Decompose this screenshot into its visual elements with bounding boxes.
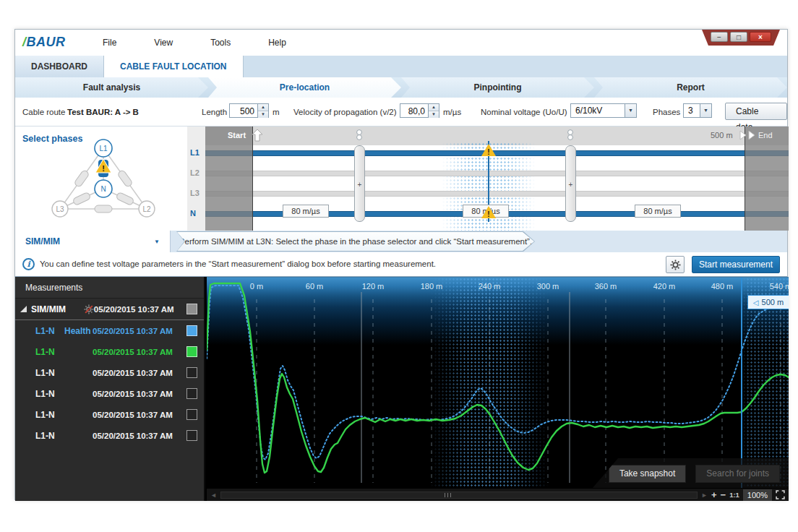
measurement-group-row[interactable]: SIM/MIM 05/20/2015 10:37 AM (15, 299, 204, 320)
start-marker-icon[interactable] (252, 129, 263, 142)
spin-down-icon: ▼ (258, 111, 268, 118)
spin-up-icon: ▲ (429, 104, 439, 111)
length-spinner[interactable]: ▲▼ (257, 104, 268, 117)
scroll-left-icon[interactable]: ◄ (210, 492, 217, 499)
mode-bar: SIM/MIM ▼ Perform SIM/MIM at L3N: Select… (15, 231, 787, 252)
measurement-settings-button[interactable] (666, 256, 685, 273)
action-bar: i You can define test voltage parameters… (15, 252, 787, 277)
cable-joint[interactable]: + (565, 145, 576, 222)
joint-icon (567, 129, 574, 143)
info-text: You can define test voltage parameters i… (40, 259, 436, 268)
fullscreen-icon[interactable] (776, 490, 785, 499)
expander-icon[interactable] (20, 306, 27, 312)
select-phases-title: Select phases (22, 134, 82, 144)
close-button[interactable]: × (750, 32, 771, 42)
measurements-header: Measurements (15, 277, 204, 299)
take-snapshot-button[interactable]: Take snapshot (609, 465, 686, 483)
one-to-one-button[interactable]: 1:1 (729, 490, 739, 500)
zoom-in-button[interactable]: + (711, 490, 717, 500)
measurement-row[interactable]: L1-N Health 05/20/2015 10:37 AM (15, 320, 204, 341)
minimize-button[interactable]: − (711, 32, 728, 42)
search-for-joints-button[interactable]: Search for joints (695, 465, 780, 483)
menu-view[interactable]: View (135, 30, 192, 56)
scrollbar-track[interactable] (220, 492, 698, 499)
measurement-checkbox[interactable] (186, 346, 197, 357)
voltage-select[interactable]: 6/10kV ▼ (570, 103, 637, 118)
trace-chart[interactable]: 0 m60 m120 m180 m240 m300 m360 m420 m480… (207, 277, 789, 488)
velocity-spinner[interactable]: ▲▼ (428, 104, 439, 117)
diagram-line-labels: L1 L2 L3 N (187, 126, 205, 231)
measurement-checkbox[interactable] (186, 325, 197, 336)
cursor-arrow-icon: ◁ (753, 299, 759, 306)
chevron-down-icon: ▼ (625, 104, 636, 117)
cable-route-label: Cable route (22, 105, 65, 119)
measurement-checkbox[interactable] (186, 409, 197, 420)
measurement-row[interactable]: L1-N 05/20/2015 10:37 AM (15, 425, 204, 446)
zoom-level-value[interactable]: 100% (743, 489, 772, 501)
measurement-row[interactable]: L1-N 05/20/2015 10:37 AM (15, 341, 204, 362)
axis-label: 480 m (711, 282, 734, 291)
cable-joint[interactable]: + (354, 145, 365, 222)
measurement-row[interactable]: L1-N 05/20/2015 10:37 AM (15, 362, 204, 383)
start-band (205, 126, 252, 231)
chevron-down-icon: ▼ (154, 239, 170, 245)
mode-dropdown[interactable]: SIM/MIM ▼ (15, 231, 171, 252)
cursor-distance-tag[interactable]: ◁ 500 m (747, 295, 789, 309)
waveform-plot[interactable]: 0 m60 m120 m180 m240 m300 m360 m420 m480… (207, 278, 789, 488)
menu-file[interactable]: File (84, 30, 135, 56)
velocity-tag[interactable]: 80 m/µs (635, 205, 681, 218)
wizard-step[interactable]: Fault analysis (15, 77, 208, 98)
cable-data-button[interactable]: Cable data (725, 103, 787, 120)
cable-line-l2[interactable] (205, 171, 789, 176)
trace-L1-N (207, 283, 789, 473)
measurement-row[interactable]: L1-N 05/20/2015 10:37 AM (15, 383, 204, 404)
wizard-step[interactable]: Pre-location (208, 77, 401, 98)
svg-text:L3: L3 (56, 205, 64, 213)
menu-bar: /BAUR File View Tools Help − □ × (15, 30, 787, 56)
tab-cable-fault-location[interactable]: CABLE FAULT LOCATION (104, 56, 244, 77)
scrollbar-grip[interactable] (445, 493, 453, 497)
menu-tools[interactable]: Tools (192, 30, 249, 56)
velocity-input[interactable]: 80,0 ▲▼ (400, 103, 439, 118)
length-input[interactable]: 500 ▲▼ (229, 103, 269, 118)
voltage-label: Nominal voltage (Uo/U) (481, 105, 567, 119)
scroll-right-icon[interactable]: ► (701, 492, 708, 499)
measurement-row[interactable]: L1-N 05/20/2015 10:37 AM (15, 404, 204, 425)
spin-down-icon: ▼ (429, 111, 439, 118)
axis-label: 0 m (250, 282, 263, 291)
velocity-tag[interactable]: 80 m/µs (283, 205, 329, 218)
gear-slash-icon (84, 304, 94, 314)
spin-up-icon: ▲ (258, 104, 268, 111)
joint-icon (356, 129, 363, 143)
cable-line-l1[interactable] (205, 150, 789, 156)
svg-text:L1: L1 (99, 145, 108, 153)
cable-line-l3[interactable] (205, 191, 789, 197)
parameter-bar: Cable route Test BAUR: A -> B Length 500… (15, 98, 787, 126)
length-unit: m (273, 105, 280, 119)
measurements-panel: Measurements SIM/MIM 05/20/2015 10:37 AM (15, 277, 205, 501)
length-label: Length (202, 105, 227, 119)
lower-panel: Measurements SIM/MIM 05/20/2015 10:37 AM (15, 277, 787, 501)
phase-selector[interactable]: Select phases ! (15, 126, 187, 231)
zoom-out-button[interactable]: − (721, 490, 726, 500)
menu-items: File View Tools Help (84, 30, 305, 56)
cable-route-value: Test BAUR: A -> B (67, 105, 139, 119)
gear-icon (670, 259, 681, 270)
upper-panel: Select phases ! (15, 126, 787, 231)
maximize-button[interactable]: □ (730, 32, 747, 42)
measurement-checkbox[interactable] (186, 430, 197, 441)
measurement-checkbox[interactable] (186, 367, 197, 378)
menu-help[interactable]: Help (249, 30, 305, 56)
wizard-step[interactable]: Report (594, 77, 787, 98)
measurement-rows: L1-N Health 05/20/2015 10:37 AM L1-N 05/… (15, 320, 204, 446)
wizard-step[interactable]: Pinpointing (401, 77, 594, 98)
end-distance-label: 500 m (711, 131, 733, 140)
measurement-checkbox[interactable] (186, 388, 197, 399)
end-marker-icon[interactable] (739, 130, 755, 140)
tab-dashboard[interactable]: DASHBOARD (15, 56, 104, 77)
start-measurement-button[interactable]: Start measurement (692, 256, 780, 273)
axis-label: 180 m (421, 282, 443, 291)
measurement-checkbox[interactable] (186, 304, 197, 314)
phases-select[interactable]: 3 ▼ (683, 103, 712, 118)
axis-label: 240 m (479, 282, 501, 291)
